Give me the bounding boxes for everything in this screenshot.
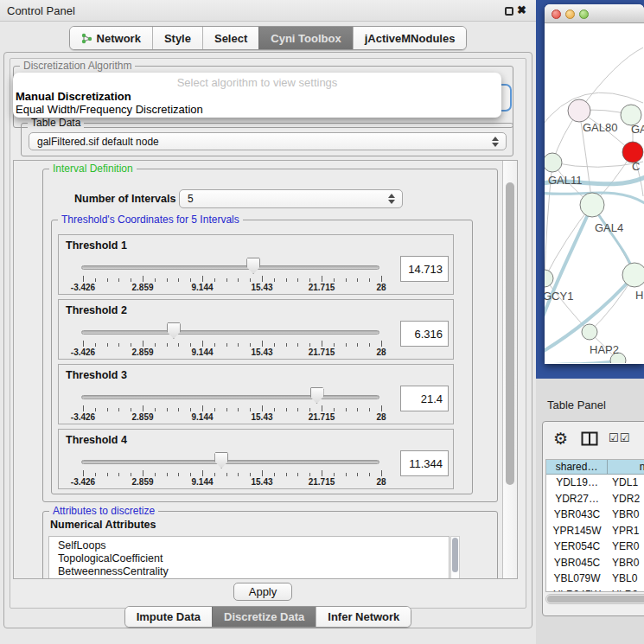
float-icon[interactable]: [505, 7, 513, 16]
network-canvas[interactable]: GAL80GACGAL11GAL4GCY1HHAP2: [545, 23, 644, 363]
table-data-combobox[interactable]: galFiltered.sif default node: [29, 132, 507, 150]
slider-handle[interactable]: [310, 387, 324, 404]
column-header-name[interactable]: na: [608, 460, 644, 475]
shared-name-cell[interactable]: YER054C: [546, 539, 608, 555]
name-cell[interactable]: YPR1: [608, 523, 644, 539]
network-edge[interactable]: [545, 205, 592, 278]
shared-name-cell[interactable]: YDR27…: [546, 491, 608, 507]
tab-discretize-data[interactable]: Discretize Data: [212, 607, 316, 627]
network-node[interactable]: [545, 270, 553, 287]
slider-handle[interactable]: [167, 322, 181, 339]
tick-mark: [369, 278, 370, 282]
number-of-intervals-label: Number of Intervals: [74, 193, 175, 205]
tab-select[interactable]: Select: [202, 27, 258, 49]
tab-infer-network[interactable]: Infer Network: [316, 607, 411, 627]
numerical-attributes-list[interactable]: SelfLoopsTopologicalCoefficientBetweenne…: [48, 536, 450, 579]
shared-name-cell[interactable]: YDL19…: [546, 475, 608, 491]
table-row[interactable]: YPR145WYPR1: [546, 523, 644, 539]
network-node[interactable]: [545, 153, 562, 172]
threshold-label: Threshold 1: [66, 239, 127, 252]
shared-name-cell[interactable]: YPR145W: [546, 523, 608, 539]
scrollbar-thumb[interactable]: [452, 538, 458, 572]
name-cell[interactable]: YDL1: [608, 475, 644, 491]
number-of-intervals-combobox[interactable]: 5: [179, 189, 403, 208]
tick-mark: [238, 343, 239, 347]
tab-impute-data[interactable]: Impute Data: [125, 607, 212, 627]
table-row[interactable]: YDL19…YDL1: [546, 475, 644, 491]
network-node[interactable]: [568, 99, 590, 122]
tick-label: 21.715: [309, 283, 335, 292]
name-cell[interactable]: YER0: [608, 539, 644, 555]
tab-jactivemnodules[interactable]: jActiveMNodules: [353, 27, 467, 49]
column-header-shared-name[interactable]: shared…: [546, 460, 608, 475]
slider-handle[interactable]: [246, 258, 260, 274]
table-row[interactable]: YBR043CYBR0: [546, 507, 644, 523]
table-row[interactable]: YER054CYER0: [546, 539, 644, 555]
attribute-list-item[interactable]: BetweennessCentrality: [49, 565, 449, 578]
minimize-traffic-light-icon[interactable]: [565, 10, 575, 19]
table-row[interactable]: YDR27…YDR2: [546, 491, 644, 507]
threshold-value-field[interactable]: 11.344: [400, 450, 449, 476]
apply-button[interactable]: Apply: [233, 583, 292, 601]
tick-label: 2.859: [131, 477, 153, 487]
tick-mark: [322, 276, 322, 282]
shared-name-cell[interactable]: YLR345W: [546, 587, 608, 593]
tab-network[interactable]: Network: [70, 27, 152, 49]
table-row[interactable]: YBL079WYBL0: [546, 571, 644, 587]
threshold-value-field[interactable]: 21.4: [400, 386, 449, 411]
algorithm-option-manual[interactable]: Manual Discretization: [16, 90, 131, 103]
table-horizontal-scrollbar[interactable]: [545, 594, 644, 604]
table-row[interactable]: YLR345WYLR3: [546, 587, 644, 593]
network-node-label: GA: [631, 123, 644, 136]
name-cell[interactable]: YBR0: [608, 555, 644, 571]
attribute-list-item[interactable]: TopologicalCoefficient: [49, 552, 449, 565]
slider-track[interactable]: [81, 265, 379, 270]
network-node[interactable]: [622, 263, 644, 287]
scrollbar-thumb[interactable]: [506, 182, 514, 485]
tick-label: 9.144: [191, 477, 213, 487]
slider-track[interactable]: [81, 395, 379, 399]
network-node-label: GAL4: [595, 221, 623, 234]
zoom-traffic-light-icon[interactable]: [579, 10, 589, 19]
algorithm-option-equal-width[interactable]: Equal Width/Frequency Discretization: [16, 103, 203, 116]
attribute-list-item[interactable]: SelfLoops: [49, 537, 449, 552]
network-edge[interactable]: [545, 360, 618, 363]
shared-name-cell[interactable]: YBR045C: [546, 555, 608, 571]
node-table[interactable]: shared… na YDL19…YDL1YDR27…YDR2YBR043CYB…: [545, 459, 644, 592]
network-edge[interactable]: [545, 275, 634, 354]
network-edge[interactable]: [579, 48, 643, 111]
tab-cyni-toolbox[interactable]: Cyni Toolbox: [258, 27, 352, 49]
shared-name-cell[interactable]: YBR043C: [546, 507, 608, 523]
tab-style[interactable]: Style: [152, 27, 202, 49]
tick-mark: [250, 278, 251, 282]
network-node[interactable]: [582, 324, 597, 340]
name-cell[interactable]: YBL0: [608, 571, 644, 587]
checkbox-icons[interactable]: ☑☑: [609, 431, 630, 444]
name-cell[interactable]: YLR3: [608, 587, 644, 593]
tick-mark: [250, 343, 251, 347]
close-traffic-light-icon[interactable]: [552, 10, 561, 19]
slider-track[interactable]: [81, 460, 379, 464]
attributes-scrollbar[interactable]: [450, 536, 460, 579]
shared-name-cell[interactable]: YBL079W: [546, 571, 608, 587]
network-edge[interactable]: [552, 162, 643, 167]
tick-mark: [226, 278, 227, 282]
threshold-value-field[interactable]: 6.316: [400, 321, 449, 347]
slider-track[interactable]: [81, 330, 379, 335]
gear-icon[interactable]: ⚙: [553, 429, 568, 449]
network-edge[interactable]: [545, 205, 592, 322]
tick-mark: [83, 405, 84, 411]
close-icon[interactable]: ✖: [517, 3, 526, 16]
table-row[interactable]: YBR045CYBR0: [546, 555, 644, 571]
scrollbar-thumb[interactable]: [547, 596, 644, 603]
name-cell[interactable]: YBR0: [608, 507, 644, 523]
tick-label: 9.144: [191, 348, 213, 357]
tick-mark: [262, 341, 263, 347]
settings-vertical-scrollbar[interactable]: [502, 161, 517, 579]
tick-mark: [297, 408, 298, 411]
slider-handle[interactable]: [214, 452, 228, 469]
name-cell[interactable]: YDR2: [608, 491, 644, 507]
network-node[interactable]: [580, 193, 604, 217]
split-view-icon[interactable]: [581, 431, 598, 446]
threshold-value-field[interactable]: 14.713: [400, 256, 449, 282]
